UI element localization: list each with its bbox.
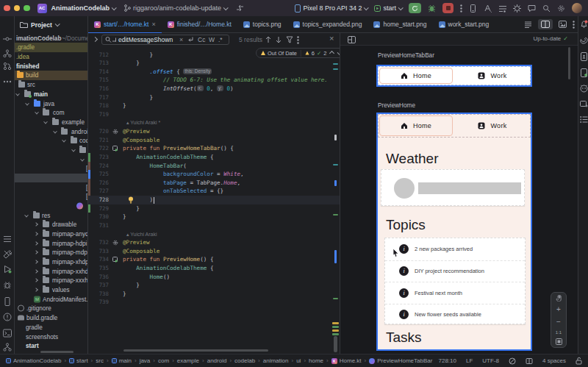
breadcrumb-item[interactable]: src [96, 357, 104, 364]
commit-tool-icon[interactable] [3, 35, 12, 43]
build-tool-icon[interactable] [3, 250, 12, 259]
search-options-icon[interactable] [297, 36, 299, 44]
more-tools-icon[interactable] [3, 77, 12, 86]
expand-search-icon[interactable] [93, 37, 98, 42]
close-search-icon[interactable]: × [329, 35, 334, 42]
search-everywhere-icon[interactable] [542, 4, 551, 13]
unlock-icon[interactable] [576, 357, 582, 365]
search-history-icon[interactable] [112, 38, 116, 41]
chevron-down-icon[interactable] [15, 92, 20, 96]
split-view-button[interactable] [538, 19, 553, 29]
editor-tab[interactable]: Kstart/…/Home.kt× [88, 16, 162, 33]
chevron-down-icon[interactable] [53, 129, 57, 133]
chevron-down-icon[interactable] [24, 213, 29, 217]
editor-tab[interactable]: topics_expanded.png [287, 16, 368, 33]
code-area[interactable]: 712 }713 }714 .offset { this: Density715… [88, 46, 340, 351]
close-window-button[interactable] [4, 5, 10, 12]
app-tab-work[interactable]: Work [454, 114, 531, 138]
chevron-down-icon[interactable] [25, 101, 29, 105]
window-controls[interactable] [4, 5, 30, 12]
code-editor[interactable]: editMessageShown × Cc W .* 5 results × 7… [88, 33, 340, 354]
tool-windows-icon[interactable] [498, 4, 506, 13]
topic-row[interactable]: iDIY project recommendation [385, 260, 525, 282]
ai-assistant-icon[interactable] [484, 4, 492, 13]
chevron-down-icon[interactable] [80, 157, 85, 161]
tree-item-build.gradle[interactable]: build.gradle [15, 313, 88, 323]
clear-search-icon[interactable]: × [179, 36, 183, 43]
code-view-icon[interactable] [524, 21, 532, 29]
menu-icon[interactable] [3, 235, 12, 243]
tree-item-mipmap-xxxhdp[interactable]: mipmap-xxxhdp [15, 276, 88, 285]
maximize-window-button[interactable] [24, 5, 30, 12]
tree-item-gradle[interactable]: gradle [15, 322, 88, 332]
tree-item-finished[interactable]: finished [15, 61, 88, 71]
chevron-right-icon[interactable] [34, 279, 38, 283]
tree-item-AndroidManifest.xn[interactable]: MAndroidManifest.xn [15, 294, 88, 304]
tree-item-res[interactable]: res [15, 210, 88, 220]
running-devices-tool-icon[interactable] [3, 297, 12, 306]
breadcrumb-item[interactable]: codelab [234, 357, 255, 364]
match-case-toggle[interactable]: Cc [198, 36, 205, 43]
settings-icon[interactable] [557, 4, 565, 13]
next-occurrence-icon[interactable] [276, 36, 282, 43]
breadcrumb-item[interactable]: example [177, 357, 199, 364]
preview-scrollbar[interactable] [568, 47, 570, 79]
terminal-tool-icon[interactable] [3, 329, 12, 338]
tree-item-codelab[interactable]: codelab [15, 136, 88, 146]
zoom-out-button[interactable]: − [556, 318, 561, 326]
editor-horizontal-scrollbar[interactable] [123, 349, 268, 352]
tree-item-example[interactable]: example [15, 118, 88, 127]
run-preview-icon[interactable] [112, 257, 118, 263]
filter-icon[interactable] [286, 36, 293, 43]
close-tab-icon[interactable]: × [151, 21, 155, 28]
breadcrumb-item[interactable]: android [207, 357, 227, 364]
tree-item-main[interactable]: main [15, 89, 88, 99]
file-encoding[interactable]: UTF-8 [482, 357, 499, 364]
tree-item-src[interactable]: src [15, 80, 88, 90]
chevron-down-icon[interactable] [71, 148, 76, 152]
logcat-icon[interactable] [580, 85, 588, 93]
preview-settings-icon[interactable] [112, 129, 118, 135]
zoom-to-fit-icon[interactable] [556, 338, 562, 345]
vcs-tool-icon[interactable] [3, 343, 12, 352]
running-devices-icon[interactable] [580, 52, 588, 61]
inspection-widget[interactable]: Out Of Date │ 6 ✓ 2 [256, 48, 340, 58]
app-tab-work[interactable]: Work [454, 66, 531, 85]
rerun-button[interactable] [409, 3, 421, 13]
prev-occurrence-icon[interactable] [265, 36, 271, 43]
tree-item-mipmap-anydpi-[interactable]: mipmap-anydpi- [15, 229, 88, 239]
topic-row[interactable]: i2 new packages arrived [385, 238, 525, 260]
preview-home-tab-bar[interactable]: Home Work [376, 65, 532, 87]
tree-item-[[interactable]: [ [15, 164, 88, 174]
structure-view-icon[interactable] [580, 115, 588, 124]
preview-layout-icon[interactable] [348, 36, 356, 43]
chevron-right-icon[interactable] [34, 241, 38, 246]
chevron-right-icon[interactable] [34, 288, 38, 292]
tree-item-mipmap-xhdpi[interactable]: mipmap-xhdpi [15, 257, 88, 267]
device-manager-icon[interactable] [580, 68, 588, 77]
reader-mode-icon[interactable] [526, 357, 533, 365]
tab-options-icon[interactable] [573, 21, 575, 29]
chevron-right-icon[interactable] [34, 251, 38, 255]
tree-item-android[interactable]: android [15, 127, 88, 136]
zoom-level[interactable]: 1:1 [556, 330, 562, 335]
tree-item-[[interactable]: [ [15, 192, 88, 202]
debug-tool-icon[interactable] [3, 281, 12, 290]
tree-item-imationCodelab[interactable]: imationCodelab~/Documen [15, 33, 88, 43]
indent-style[interactable]: 4 spaces [542, 357, 566, 364]
problems-tool-icon[interactable] [3, 313, 12, 321]
tree-item-com[interactable]: com [15, 108, 88, 118]
newline-icon[interactable] [187, 36, 194, 43]
tree-item-drawable[interactable]: drawable [15, 220, 88, 229]
tree-item-start[interactable]: start [15, 341, 88, 351]
editor-tab[interactable]: work_start.png [433, 16, 495, 33]
tree-item-build[interactable]: build [15, 71, 88, 80]
tree-item-java[interactable]: java [15, 99, 88, 108]
breadcrumb-item[interactable]: main [112, 357, 132, 364]
run-preview-icon[interactable] [112, 146, 118, 152]
chevron-down-icon[interactable] [35, 110, 39, 115]
breadcrumb-item[interactable]: ui [296, 357, 301, 364]
app-tab-home[interactable]: Home [378, 114, 454, 138]
breadcrumb-item[interactable]: AnimationCodelab [6, 357, 61, 364]
tree-item-screenshots[interactable]: screenshots [15, 332, 88, 341]
